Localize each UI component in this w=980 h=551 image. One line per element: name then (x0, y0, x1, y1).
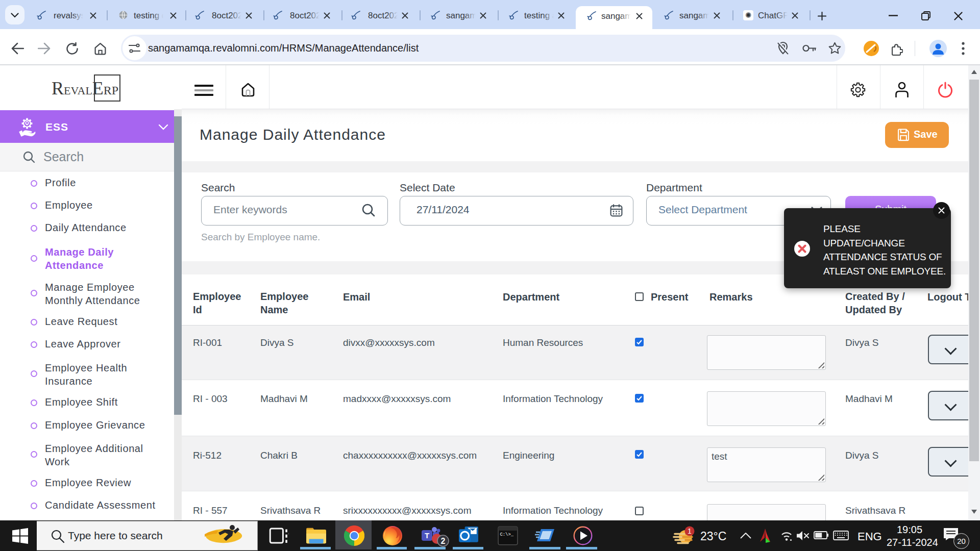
svg-text:T: T (425, 531, 429, 540)
svg-text:1: 1 (688, 527, 692, 535)
svg-text:C:\>_: C:\>_ (500, 532, 513, 537)
svg-text:2: 2 (441, 537, 446, 545)
svg-text:✺: ✺ (745, 11, 752, 19)
